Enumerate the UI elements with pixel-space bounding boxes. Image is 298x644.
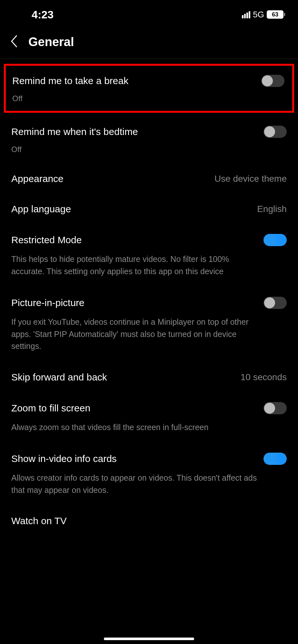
- setting-remind-take-break[interactable]: Remind me to take a break Off: [4, 64, 294, 113]
- setting-description: Allows creator info cards to appear on v…: [11, 472, 287, 496]
- setting-info-cards[interactable]: Show in-video info cards Allows creator …: [0, 443, 298, 506]
- setting-label: Show in-video info cards: [11, 453, 117, 464]
- setting-label: Skip forward and back: [11, 372, 107, 383]
- toggle-zoom-fill[interactable]: [263, 402, 287, 414]
- home-indicator[interactable]: [104, 638, 194, 640]
- setting-value: English: [257, 204, 287, 214]
- setting-restricted-mode[interactable]: Restricted Mode This helps to hide poten…: [0, 224, 298, 287]
- signal-bars-icon: [242, 11, 250, 18]
- setting-label: Remind me when it's bedtime: [11, 126, 138, 137]
- setting-skip-forward-back[interactable]: Skip forward and back 10 seconds: [0, 362, 298, 392]
- back-icon[interactable]: [10, 35, 19, 49]
- setting-label: Restricted Mode: [11, 235, 82, 245]
- setting-app-language[interactable]: App language English: [0, 194, 298, 224]
- toggle-info-cards[interactable]: [263, 453, 287, 465]
- page-title: General: [28, 35, 74, 49]
- setting-label: Watch on TV: [11, 515, 67, 526]
- status-bar: 4:23 5G 63: [0, 0, 298, 26]
- setting-status: Off: [11, 145, 287, 154]
- battery-level: 63: [272, 11, 278, 18]
- setting-label: Remind me to take a break: [12, 75, 128, 86]
- setting-remind-bedtime[interactable]: Remind me when it's bedtime Off: [0, 116, 298, 164]
- network-type: 5G: [253, 10, 264, 20]
- header: General: [0, 26, 298, 59]
- setting-label: Zoom to fill screen: [11, 403, 90, 414]
- setting-description: If you exit YouTube, videos continue in …: [11, 316, 287, 352]
- setting-watch-on-tv[interactable]: Watch on TV: [0, 506, 298, 536]
- setting-zoom-fill[interactable]: Zoom to fill screen Always zoom so that …: [0, 392, 298, 443]
- toggle-take-break[interactable]: [261, 75, 284, 87]
- battery-icon: 63: [267, 10, 285, 19]
- status-right: 5G 63: [242, 10, 285, 20]
- toggle-restricted-mode[interactable]: [263, 234, 287, 246]
- setting-label: App language: [11, 204, 71, 215]
- setting-picture-in-picture[interactable]: Picture-in-picture If you exit YouTube, …: [0, 287, 298, 362]
- setting-description: This helps to hide potentially mature vi…: [11, 253, 287, 277]
- setting-label: Picture-in-picture: [11, 297, 84, 308]
- settings-list: Remind me to take a break Off Remind me …: [0, 64, 298, 536]
- status-time: 4:23: [32, 8, 54, 21]
- toggle-bedtime[interactable]: [263, 126, 287, 138]
- setting-appearance[interactable]: Appearance Use device theme: [0, 164, 298, 194]
- setting-value: Use device theme: [214, 174, 287, 184]
- setting-status: Off: [12, 94, 284, 103]
- toggle-picture-in-picture[interactable]: [263, 297, 287, 309]
- setting-label: Appearance: [11, 173, 64, 184]
- setting-value: 10 seconds: [241, 372, 287, 382]
- setting-description: Always zoom so that videos fill the scre…: [11, 421, 287, 434]
